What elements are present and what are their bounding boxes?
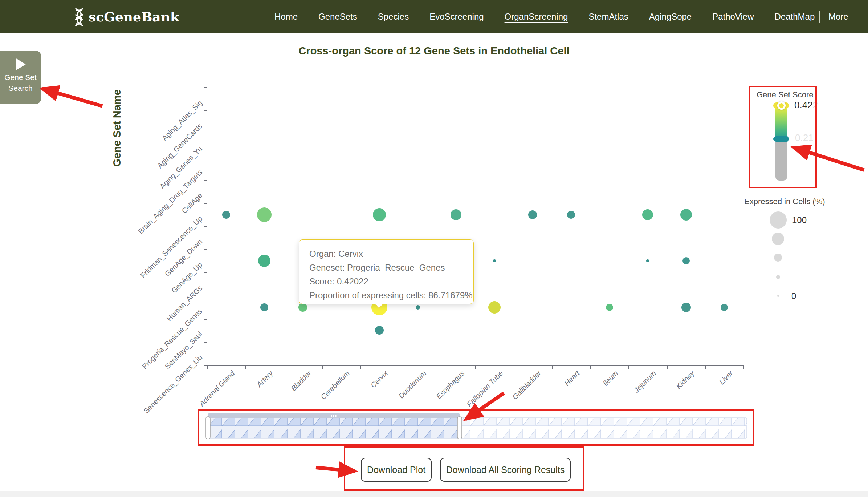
y-axis-tick xyxy=(204,272,207,273)
x-axis-tick xyxy=(399,365,399,369)
y-axis-tick xyxy=(204,134,207,134)
y-axis-tick xyxy=(204,342,207,343)
x-axis-label: Cerebellum xyxy=(319,369,351,401)
x-axis-label: Duodenum xyxy=(397,369,428,400)
x-axis-label: Kidney xyxy=(675,369,696,391)
color-legend-out-of-range-bar xyxy=(775,142,787,181)
color-legend-title: Gene Set Score xyxy=(757,90,814,100)
chart-bubble[interactable] xyxy=(681,303,691,312)
x-axis-label: Jejunum xyxy=(633,369,658,395)
x-axis-tick xyxy=(322,365,323,369)
x-axis-tick xyxy=(245,365,246,369)
y-axis-label: Aging_Genes_Yu xyxy=(158,145,204,191)
download-plot-button[interactable]: Download Plot xyxy=(361,458,432,482)
chart-bubble[interactable] xyxy=(682,257,690,264)
x-axis-label: Esophagus xyxy=(435,369,466,401)
size-legend-min-label: 0 xyxy=(791,291,796,301)
y-axis-label: CellAge xyxy=(180,191,204,215)
x-axis-tick xyxy=(475,365,476,369)
x-axis-tick xyxy=(743,365,744,369)
y-axis-tick xyxy=(204,249,207,250)
y-axis-tick xyxy=(204,203,207,204)
x-axis-tick xyxy=(437,365,437,369)
chart-bubble[interactable] xyxy=(646,259,649,262)
x-axis-label: Fallopian Tube xyxy=(465,369,505,409)
size-legend-circle xyxy=(770,211,787,229)
chart-bubble[interactable] xyxy=(721,304,728,311)
y-axis-tick xyxy=(204,110,207,111)
x-axis-tick xyxy=(705,365,706,369)
y-axis-tick xyxy=(204,319,207,320)
chart-bubble[interactable] xyxy=(416,305,420,310)
tooltip-line: Organ: Cervix xyxy=(309,247,473,261)
chart-bubble[interactable] xyxy=(298,303,307,312)
color-legend-knob-icon[interactable] xyxy=(777,101,786,110)
y-axis-tick xyxy=(204,296,207,296)
chart-bubble[interactable] xyxy=(375,326,384,335)
datazoom-right-handle[interactable] xyxy=(457,417,462,439)
x-axis-tick xyxy=(667,365,668,369)
y-axis-label: Aging_Atlas_Sig xyxy=(160,98,204,142)
size-legend-circle xyxy=(774,254,782,262)
x-axis-tick xyxy=(628,365,629,369)
x-axis-label: Heart xyxy=(563,369,581,388)
y-axis-tick xyxy=(204,226,207,227)
x-axis-label: Cervix xyxy=(369,369,390,389)
x-axis-label: Adrenal Gland xyxy=(197,369,236,408)
chart-bubble[interactable] xyxy=(258,255,270,267)
x-axis-tick xyxy=(514,365,514,369)
y-axis-tick xyxy=(204,87,207,88)
color-legend-min-label: 0.21 xyxy=(795,132,814,144)
chart-bubble[interactable] xyxy=(493,259,496,262)
chart-bubble[interactable] xyxy=(680,209,692,221)
x-axis-tick xyxy=(590,365,591,369)
chart-bubble[interactable] xyxy=(451,209,461,220)
size-legend-circle xyxy=(777,295,779,297)
tooltip-line: Geneset: Progeria_Rescue_Genes xyxy=(309,261,473,275)
x-axis-label: Bladder xyxy=(289,369,313,393)
color-legend-gradient-bar[interactable] xyxy=(775,105,787,138)
chart-bubble[interactable] xyxy=(642,209,653,220)
chart-bubble[interactable] xyxy=(488,301,501,314)
chart-bubble[interactable] xyxy=(606,304,613,311)
datazoom-move-grip-icon xyxy=(331,415,337,417)
chart-bubble[interactable] xyxy=(257,207,272,222)
chart-bubble[interactable] xyxy=(567,211,575,219)
x-axis-label: Artery xyxy=(255,369,275,389)
color-legend-max-label: 0.422 xyxy=(794,100,818,111)
chart-bubble[interactable] xyxy=(222,211,230,219)
x-axis-tick xyxy=(284,365,284,369)
x-axis-tick xyxy=(207,365,208,369)
organ-screening-page: scGeneBank HomeGeneSetsSpeciesEvoScreeni… xyxy=(0,0,868,497)
tooltip-line: Score: 0.42022 xyxy=(309,275,473,288)
tooltip-content: Organ: CervixGeneset: Progeria_Rescue_Ge… xyxy=(309,247,473,302)
x-axis-label: Gallbladder xyxy=(511,369,543,401)
footer-strip xyxy=(0,491,868,497)
color-legend-min-handle[interactable] xyxy=(773,136,789,142)
x-axis-tick xyxy=(552,365,553,369)
datazoom-left-handle[interactable] xyxy=(206,417,210,439)
size-legend-max-label: 100 xyxy=(792,215,807,225)
color-legend-max-ghost: 2 xyxy=(813,100,818,110)
download-all-results-button[interactable]: Download All Scoring Results xyxy=(440,458,571,482)
size-legend-title: Expressed in Cells (%) xyxy=(744,197,825,206)
x-axis-label: Liver xyxy=(718,369,735,386)
y-axis-tick xyxy=(204,180,207,181)
y-axis-title: Gene Set Name xyxy=(111,83,144,174)
y-axis-tick xyxy=(204,365,207,366)
chart-bubble[interactable] xyxy=(260,303,268,311)
x-axis-tick xyxy=(360,365,361,369)
x-axis-label: Ileum xyxy=(601,369,620,388)
tooltip-line: Proportion of expressing cells: 86.71679… xyxy=(309,288,473,302)
y-axis-tick xyxy=(204,157,207,157)
chart-bubble[interactable] xyxy=(528,210,537,219)
datazoom-selected-pattern xyxy=(208,418,460,438)
chart-bubble[interactable] xyxy=(373,208,386,221)
size-legend-circle xyxy=(772,233,784,245)
chart-tooltip: Organ: CervixGeneset: Progeria_Rescue_Ge… xyxy=(299,239,474,304)
size-legend-circle xyxy=(776,275,780,279)
